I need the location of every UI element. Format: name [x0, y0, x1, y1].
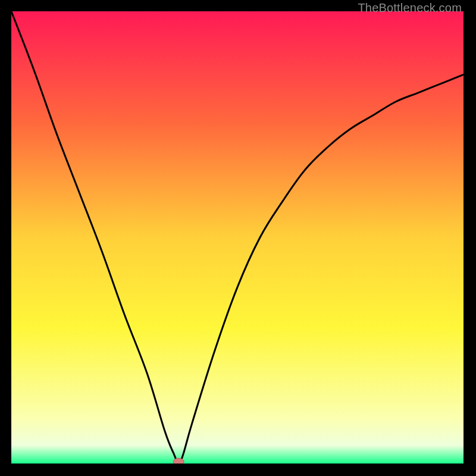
chart-frame [11, 11, 464, 464]
optimal-point-marker [173, 458, 184, 464]
watermark-text: TheBottleneck.com [358, 1, 462, 15]
bottleneck-chart [11, 11, 464, 464]
chart-background [11, 11, 464, 464]
